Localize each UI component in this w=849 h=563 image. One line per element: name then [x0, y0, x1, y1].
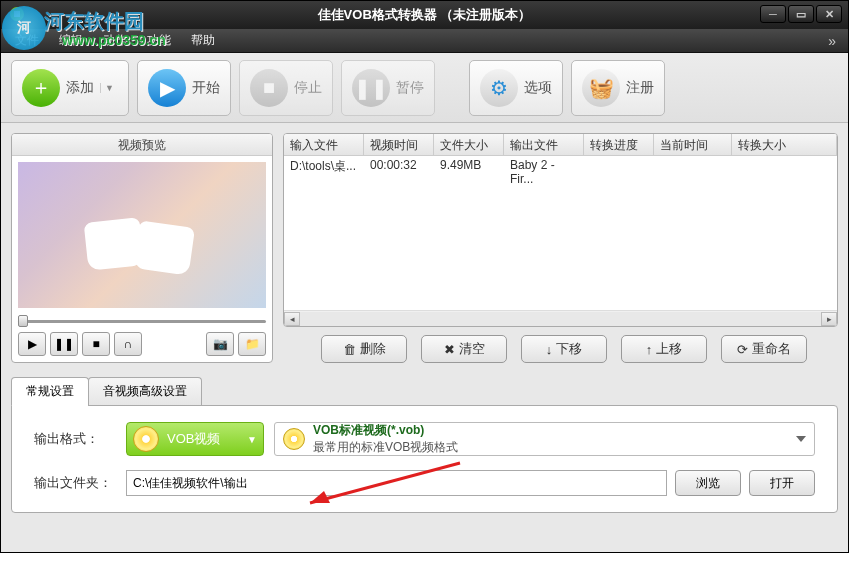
refresh-icon: ⟳ [737, 342, 748, 357]
add-dropdown-arrow[interactable]: ▼ [100, 83, 118, 93]
toolbar: ＋ 添加 ▼ ▶ 开始 ■ 停止 ❚❚ 暂停 ⚙ 选项 🧺 注册 [1, 53, 848, 123]
dvd-disc-icon [133, 426, 159, 452]
pv-folder-button[interactable]: 📁 [238, 332, 266, 356]
cell-convsize [732, 156, 837, 176]
pv-loop-button[interactable]: ∩ [114, 332, 142, 356]
pv-play-button[interactable]: ▶ [18, 332, 46, 356]
cell-inputfile: D:\tools\桌... [284, 156, 364, 176]
start-label: 开始 [192, 79, 220, 97]
moveup-button[interactable]: ↑上移 [621, 335, 707, 363]
menu-action[interactable]: 动作 [93, 29, 137, 52]
cell-filesize: 9.49MB [434, 156, 504, 176]
list-row[interactable]: D:\tools\桌... 00:00:32 9.49MB Baby 2 - F… [284, 156, 837, 176]
register-button[interactable]: 🧺 注册 [571, 60, 665, 116]
delete-button[interactable]: 🗑删除 [321, 335, 407, 363]
col-videotime[interactable]: 视频时间 [364, 134, 434, 155]
plus-icon: ＋ [22, 69, 60, 107]
pv-stop-button[interactable]: ■ [82, 332, 110, 356]
pause-icon: ❚❚ [352, 69, 390, 107]
x-icon: ✖ [444, 342, 455, 357]
scroll-track[interactable] [300, 312, 821, 326]
list-body[interactable]: D:\tools\桌... 00:00:32 9.49MB Baby 2 - F… [284, 156, 837, 310]
app-icon [9, 6, 25, 22]
output-format-label: 输出格式： [34, 430, 126, 448]
stop-icon: ■ [250, 69, 288, 107]
preview-title: 视频预览 [12, 134, 272, 156]
col-outputfile[interactable]: 输出文件 [504, 134, 584, 155]
minimize-button[interactable]: ─ [760, 5, 786, 23]
format-name: VOB视频 [167, 430, 220, 448]
add-label: 添加 [66, 79, 94, 97]
col-progress[interactable]: 转换进度 [584, 134, 654, 155]
arrow-up-icon: ↑ [646, 342, 653, 357]
stop-button[interactable]: ■ 停止 [239, 60, 333, 116]
tab-panel-general: 输出格式： VOB视频 ▼ VOB标准视频(*.vob) 最常用的标准VOB视频… [11, 405, 838, 513]
dvd-disc-icon [283, 428, 305, 450]
svg-rect-1 [14, 11, 20, 17]
menubar: 文件 编辑 动作 功能 帮助 » [1, 29, 848, 53]
titlebar: 佳佳VOB格式转换器 （未注册版本） ─ ▭ ✕ [1, 1, 848, 29]
tab-advanced[interactable]: 音视频高级设置 [88, 377, 202, 405]
chevron-down-icon [796, 436, 806, 442]
start-button[interactable]: ▶ 开始 [137, 60, 231, 116]
cell-curtime [654, 156, 732, 176]
pause-label: 暂停 [396, 79, 424, 97]
trash-icon: 🗑 [343, 342, 356, 357]
col-filesize[interactable]: 文件大小 [434, 134, 504, 155]
col-curtime[interactable]: 当前时间 [654, 134, 732, 155]
chevron-down-icon: ▼ [247, 434, 257, 445]
video-preview [18, 162, 266, 308]
menu-edit[interactable]: 编辑 [49, 29, 93, 52]
options-button[interactable]: ⚙ 选项 [469, 60, 563, 116]
col-convsize[interactable]: 转换大小 [732, 134, 837, 155]
browse-button[interactable]: 浏览 [675, 470, 741, 496]
preview-pane: 视频预览 ▶ ❚❚ ■ ∩ 📷 📁 [11, 133, 273, 363]
format-select-button[interactable]: VOB视频 ▼ [126, 422, 264, 456]
stop-label: 停止 [294, 79, 322, 97]
pv-pause-button[interactable]: ❚❚ [50, 332, 78, 356]
arrow-down-icon: ↓ [546, 342, 553, 357]
menu-help[interactable]: 帮助 [181, 29, 225, 52]
scroll-right-button[interactable]: ▸ [821, 312, 837, 326]
format-title: VOB标准视频(*.vob) [313, 422, 458, 439]
list-header: 输入文件 视频时间 文件大小 输出文件 转换进度 当前时间 转换大小 [284, 134, 837, 156]
play-icon: ▶ [148, 69, 186, 107]
menu-file[interactable]: 文件 [5, 29, 49, 52]
output-path-input[interactable] [126, 470, 667, 496]
horizontal-scrollbar[interactable]: ◂ ▸ [284, 310, 837, 326]
options-label: 选项 [524, 79, 552, 97]
format-desc: 最常用的标准VOB视频格式 [313, 439, 458, 456]
movedown-button[interactable]: ↓下移 [521, 335, 607, 363]
open-button[interactable]: 打开 [749, 470, 815, 496]
file-list: 输入文件 视频时间 文件大小 输出文件 转换进度 当前时间 转换大小 D:\to… [283, 133, 838, 327]
col-inputfile[interactable]: 输入文件 [284, 134, 364, 155]
basket-icon: 🧺 [582, 69, 620, 107]
clear-button[interactable]: ✖清空 [421, 335, 507, 363]
rename-button[interactable]: ⟳重命名 [721, 335, 807, 363]
menu-overflow-icon[interactable]: » [828, 33, 844, 49]
scroll-left-button[interactable]: ◂ [284, 312, 300, 326]
output-folder-label: 输出文件夹： [34, 474, 126, 492]
seek-slider[interactable] [18, 314, 266, 328]
cell-progress [584, 156, 654, 176]
window-title: 佳佳VOB格式转换器 （未注册版本） [318, 6, 532, 24]
add-button[interactable]: ＋ 添加 ▼ [11, 60, 129, 116]
maximize-button[interactable]: ▭ [788, 5, 814, 23]
register-label: 注册 [626, 79, 654, 97]
close-button[interactable]: ✕ [816, 5, 842, 23]
menu-function[interactable]: 功能 [137, 29, 181, 52]
format-description-dropdown[interactable]: VOB标准视频(*.vob) 最常用的标准VOB视频格式 [274, 422, 815, 456]
tab-general[interactable]: 常规设置 [11, 377, 89, 405]
gear-icon: ⚙ [480, 69, 518, 107]
pause-button[interactable]: ❚❚ 暂停 [341, 60, 435, 116]
seek-thumb[interactable] [18, 315, 28, 327]
cell-outputfile: Baby 2 - Fir... [504, 156, 584, 176]
cell-videotime: 00:00:32 [364, 156, 434, 176]
pv-snapshot-button[interactable]: 📷 [206, 332, 234, 356]
